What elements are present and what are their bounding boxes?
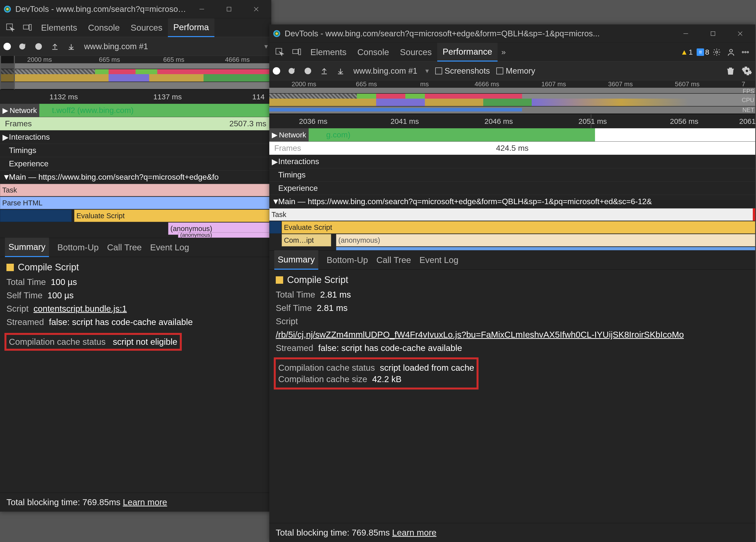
btab-call-tree[interactable]: Call Tree (107, 238, 142, 257)
close-button[interactable] (727, 26, 754, 41)
track-timings[interactable]: Timings (0, 144, 271, 157)
track-interactions[interactable]: ▶Interactions (269, 155, 755, 168)
messages-badge[interactable]: ≡8 (697, 48, 709, 56)
overview-tick: 2000 ms (292, 80, 316, 88)
detail-script-label: Script (6, 304, 28, 313)
flame-evaluate-script[interactable]: Evaluate Script (74, 210, 271, 222)
gc-button[interactable] (726, 66, 735, 76)
summary-details: Compile Script Total Time2.81 ms Self Ti… (269, 270, 755, 523)
flame-compile-script[interactable]: Com…ipt (282, 234, 331, 247)
record-button[interactable] (3, 43, 11, 50)
track-network[interactable]: ▶ Network t.woff2 (www.bing.com) (0, 104, 271, 117)
btab-call-tree[interactable]: Call Tree (376, 251, 411, 270)
warnings-badge[interactable]: ▲1 (681, 48, 693, 56)
learn-more-link[interactable]: Learn more (392, 528, 436, 537)
btab-bottom-up[interactable]: Bottom-Up (327, 251, 368, 270)
reload-record-button[interactable] (17, 42, 27, 51)
screenshots-checkbox[interactable]: Screenshots (435, 66, 490, 76)
maximize-button[interactable] (699, 26, 727, 41)
device-icon[interactable] (20, 21, 34, 35)
clear-button[interactable] (303, 66, 313, 76)
inspect-icon[interactable] (3, 21, 17, 35)
track-main[interactable]: ▼Main — https://www.bing.com/search?q=mi… (0, 171, 271, 184)
close-button[interactable] (243, 2, 270, 17)
maximize-button[interactable] (215, 2, 243, 17)
ruler-tick: 2051 ms (578, 117, 607, 126)
flame-chart[interactable]: Task Evaluate Script Com…ipt (anonymous) (269, 208, 755, 251)
track-frames[interactable]: Frames 2507.3 ms (0, 117, 271, 131)
tab-console[interactable]: Console (83, 18, 125, 37)
detail-ruler[interactable]: 1132 ms 1137 ms 114 (0, 90, 271, 104)
titlebar[interactable]: DevTools - www.bing.com/search?q=microso… (0, 0, 271, 18)
svg-point-27 (745, 51, 746, 53)
tab-sources[interactable]: Sources (394, 43, 437, 62)
tab-performance[interactable]: Performance (437, 43, 498, 62)
overview-net-label: NET (742, 107, 754, 114)
track-experience[interactable]: Experience (0, 157, 271, 171)
flame-evaluate-script[interactable]: Evaluate Script (282, 221, 755, 234)
learn-more-link[interactable]: Learn more (123, 497, 167, 507)
flame-anonymous[interactable]: (anonymous) (336, 234, 755, 247)
track-frames[interactable]: Frames 424.5 ms (269, 142, 755, 155)
detail-script-link[interactable]: /rb/5i/cj,nj/swZZm4mmlUDPO_fW4Fr4vIvuxLo… (276, 330, 684, 339)
more-tabs-icon[interactable]: » (498, 47, 509, 57)
btab-bottom-up[interactable]: Bottom-Up (57, 238, 99, 257)
flame-anonymous[interactable]: (anonymous) (178, 232, 271, 238)
capture-settings-icon[interactable] (742, 66, 752, 76)
settings-gear-icon[interactable] (712, 47, 722, 57)
tab-performance[interactable]: Performa (168, 18, 214, 37)
titlebar[interactable]: DevTools - www.bing.com/search?q=microso… (269, 24, 755, 43)
detail-script-link[interactable]: contentscript.bundle.js:1 (33, 304, 127, 313)
detail-color-swatch (276, 276, 283, 284)
tab-elements[interactable]: Elements (36, 18, 83, 37)
main-tabs: Elements Console Sources Performance » ▲… (269, 43, 755, 62)
track-frames-label: Frames (5, 119, 32, 128)
minimize-button[interactable] (672, 26, 699, 41)
clear-button[interactable] (34, 42, 44, 51)
track-timings[interactable]: Timings (269, 168, 755, 182)
profile-dropdown-icon[interactable]: ▾ (264, 42, 268, 50)
flame-parse-html[interactable]: Parse HTML (0, 197, 271, 209)
device-icon[interactable] (290, 45, 303, 59)
minimize-button[interactable] (188, 2, 215, 17)
overview-ruler[interactable]: 2000 ms 665 ms ms 4666 ms 1607 ms 3607 m… (269, 80, 755, 114)
flame-task[interactable]: Task (0, 184, 271, 196)
btab-summary[interactable]: Summary (274, 251, 318, 270)
reload-record-button[interactable] (287, 66, 297, 76)
inspect-icon[interactable] (273, 45, 287, 59)
save-profile-button[interactable] (336, 66, 345, 76)
profile-selector[interactable]: www.bing.com #1 (84, 42, 148, 51)
tracks-panel: ▶ Network g.com) Frames 424.5 ms ▶Intera… (269, 128, 755, 208)
detail-ruler[interactable]: 2036 ms 2041 ms 2046 ms 2051 ms 2056 ms … (269, 114, 755, 128)
tab-sources[interactable]: Sources (125, 18, 168, 37)
overview-ruler[interactable]: 2000 ms 665 ms 665 ms 4666 ms (0, 56, 271, 90)
feedback-icon[interactable] (726, 47, 736, 57)
save-profile-button[interactable] (66, 42, 76, 51)
track-network[interactable]: ▶ Network g.com) (269, 128, 755, 142)
record-button[interactable] (273, 67, 280, 75)
svg-rect-18 (711, 31, 715, 35)
track-main[interactable]: ▼Main — https://www.bing.com/search?q=mi… (269, 195, 755, 208)
tab-elements[interactable]: Elements (305, 43, 352, 62)
track-interactions[interactable]: ▶Interactions (0, 131, 271, 144)
load-profile-button[interactable] (50, 42, 60, 51)
profile-selector[interactable]: www.bing.com #1 (353, 66, 417, 76)
memory-checkbox[interactable]: Memory (496, 66, 535, 76)
tab-console[interactable]: Console (352, 43, 394, 62)
summary-details: Compile Script Total Time100 µs Self Tim… (0, 257, 271, 493)
network-resource: g.com) (326, 130, 350, 139)
kebab-menu-icon[interactable] (740, 47, 750, 57)
devtools-window-right: DevTools - www.bing.com/search?q=microso… (269, 24, 755, 542)
ruler-tick: 1132 ms (49, 93, 78, 101)
svg-point-28 (747, 51, 749, 53)
btab-event-log[interactable]: Event Log (150, 238, 189, 257)
load-profile-button[interactable] (319, 66, 329, 76)
flame-task[interactable]: Task (269, 208, 754, 221)
flame-chart[interactable]: Task Parse HTML Evaluate Script (anonymo… (0, 184, 271, 238)
profile-dropdown-icon[interactable]: ▾ (425, 67, 429, 75)
btab-summary[interactable]: Summary (5, 238, 49, 257)
devtools-window-left: DevTools - www.bing.com/search?q=microso… (0, 0, 271, 512)
track-experience[interactable]: Experience (269, 182, 755, 195)
btab-event-log[interactable]: Event Log (419, 251, 458, 270)
track-network-label: Network (10, 106, 37, 115)
